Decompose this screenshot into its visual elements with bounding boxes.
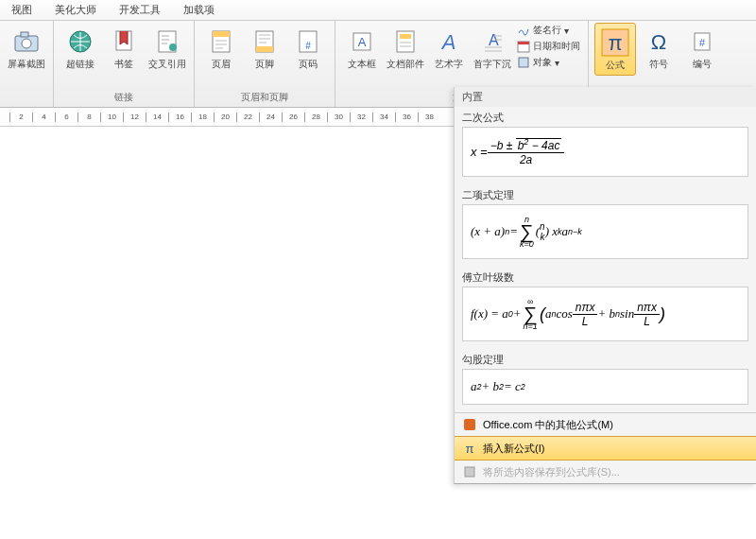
svg-text:Ω: Ω: [651, 30, 666, 54]
number-icon: #: [687, 26, 717, 57]
omega-icon: Ω: [644, 26, 674, 57]
save-icon: [462, 464, 477, 479]
equation-button[interactable]: π 公式: [594, 23, 636, 76]
pagenum-button[interactable]: # 页码: [287, 23, 329, 74]
dropdown-builtin-header: 内置: [455, 87, 756, 107]
svg-text:#: #: [699, 37, 706, 48]
screenshot-button[interactable]: 屏幕截图: [6, 23, 47, 74]
svg-point-1: [22, 39, 31, 48]
calendar-icon: [517, 40, 530, 53]
svg-rect-10: [256, 46, 273, 52]
svg-rect-27: [464, 419, 475, 430]
header-button[interactable]: 页眉: [200, 23, 242, 74]
docparts-button[interactable]: 文档部件: [385, 23, 426, 74]
insert-new-equation[interactable]: π 插入新公式(I): [455, 436, 756, 461]
svg-text:π: π: [608, 31, 622, 55]
tab-addins[interactable]: 加载项: [172, 0, 226, 20]
hyperlink-button[interactable]: 超链接: [60, 23, 101, 74]
signature-button[interactable]: 签名行 ▾: [515, 23, 582, 38]
group-screenshot: 屏幕截图: [0, 21, 54, 107]
svg-rect-29: [465, 467, 474, 477]
object-icon: [517, 56, 530, 69]
globe-icon: [65, 26, 95, 57]
group-links: 超链接 书签 交叉引用 链接: [54, 21, 195, 107]
object-button[interactable]: 对象 ▾: [515, 55, 582, 70]
hf-group-label: 页眉和页脚: [200, 90, 329, 105]
svg-text:π: π: [466, 442, 474, 455]
links-group-label: 链接: [60, 90, 188, 105]
pagenum-icon: #: [293, 26, 323, 57]
svg-text:A: A: [358, 35, 367, 49]
equation-pythagorean[interactable]: a2 + b2 = c2: [462, 369, 748, 405]
equation-fourier[interactable]: f(x) = a0 + ∞∑n=1 (an cos nπxL + bn sin …: [462, 287, 748, 341]
svg-text:#: #: [305, 41, 311, 51]
equation-binomial[interactable]: (x + a)n = n∑k=0 (nk) xkan−k: [462, 204, 748, 259]
section-quadratic-label: 二次公式: [455, 107, 756, 125]
svg-rect-20: [518, 42, 529, 44]
textbox-button[interactable]: A 文本框: [341, 23, 383, 74]
save-to-gallery: 将所选内容保存到公式库(S)...: [455, 461, 756, 483]
office-icon: [462, 417, 477, 432]
equation-quadratic[interactable]: x = −b ± b2 − 4ac2a: [462, 127, 748, 177]
svg-rect-8: [213, 31, 230, 37]
dropdown-footer: Office.com 中的其他公式(M) π 插入新公式(I) 将所选内容保存到…: [455, 412, 756, 483]
symbol-button[interactable]: Ω 符号: [638, 23, 679, 74]
wordart-button[interactable]: A 艺术字: [428, 23, 470, 74]
tab-beautify[interactable]: 美化大师: [43, 0, 108, 20]
office-online-equations[interactable]: Office.com 中的其他公式(M): [455, 413, 756, 436]
section-pythagorean-label: 勾股定理: [455, 349, 756, 367]
crossref-button[interactable]: 交叉引用: [146, 23, 188, 74]
section-fourier-label: 傅立叶级数: [455, 267, 756, 285]
ribbon-tabs: 视图 美化大师 开发工具 加载项: [0, 0, 756, 21]
bookmark-button[interactable]: 书签: [103, 23, 145, 74]
tab-dev[interactable]: 开发工具: [108, 0, 172, 20]
footer-button[interactable]: 页脚: [244, 23, 285, 74]
pi-small-icon: π: [462, 441, 477, 456]
number-button[interactable]: # 编号: [681, 23, 723, 74]
camera-icon: [11, 26, 42, 57]
svg-rect-2: [21, 32, 28, 37]
textbox-icon: A: [347, 26, 377, 57]
svg-rect-16: [400, 34, 411, 39]
header-icon: [206, 26, 236, 57]
bookmark-icon: [109, 26, 139, 57]
svg-rect-21: [519, 58, 528, 67]
svg-text:A: A: [440, 30, 456, 54]
group-headerfooter: 页眉 页脚 # 页码 页眉和页脚: [195, 21, 335, 107]
footer-icon: [249, 26, 280, 57]
equation-dropdown: 内置 二次公式 x = −b ± b2 − 4ac2a 二项式定理 (x + a…: [454, 87, 756, 484]
wordart-icon: A: [434, 26, 464, 57]
tab-view[interactable]: 视图: [0, 0, 43, 20]
dropcap-icon: A: [477, 26, 507, 57]
section-binomial-label: 二项式定理: [455, 184, 756, 202]
pi-icon: π: [600, 27, 630, 58]
datetime-button[interactable]: 日期和时间: [515, 39, 582, 54]
docparts-icon: [390, 26, 421, 57]
signature-icon: [517, 24, 530, 37]
dropcap-button[interactable]: A 首字下沉: [472, 23, 513, 74]
svg-point-6: [169, 43, 177, 51]
crossref-icon: [152, 26, 182, 57]
